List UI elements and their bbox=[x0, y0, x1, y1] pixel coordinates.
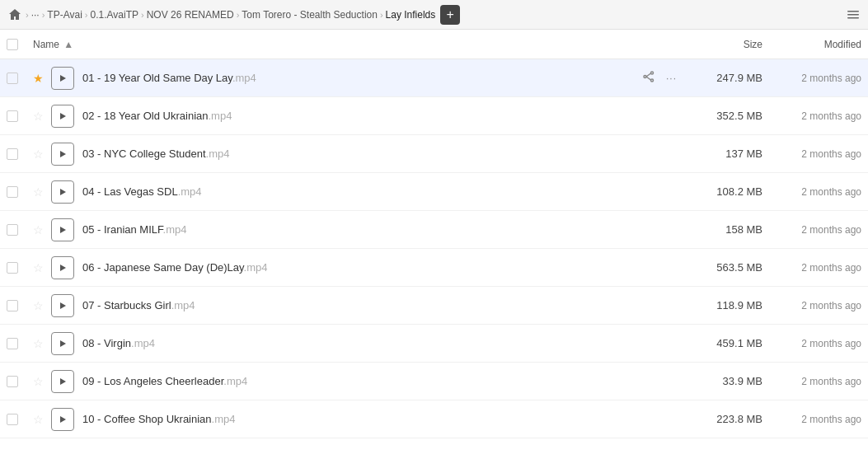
svg-point-28 bbox=[650, 223, 653, 226]
row-star-6[interactable]: ☆ bbox=[33, 261, 49, 274]
breadcrumb-nov26[interactable]: NOV 26 RENAMED bbox=[147, 9, 234, 21]
svg-point-6 bbox=[644, 76, 646, 78]
table-row[interactable]: ☆ 07 - Starbucks Girl.mp4 ··· 118.9 MB 2… bbox=[0, 287, 868, 325]
table-row[interactable]: ☆ 09 - Los Angeles Cheerleader.mp4 ··· 3… bbox=[0, 363, 868, 400]
column-size-header[interactable]: Size bbox=[680, 39, 762, 50]
svg-line-43 bbox=[646, 301, 651, 304]
file-name-4: 04 - Las Vegas SDL.mp4 bbox=[82, 185, 614, 198]
row-star-2[interactable]: ☆ bbox=[33, 110, 49, 123]
more-icon-7[interactable]: ··· bbox=[663, 298, 680, 313]
play-button-9[interactable] bbox=[51, 370, 74, 393]
row-checkbox-1[interactable] bbox=[7, 73, 33, 84]
row-star-5[interactable]: ☆ bbox=[33, 223, 49, 236]
svg-point-46 bbox=[650, 337, 653, 340]
more-icon-4[interactable]: ··· bbox=[663, 185, 680, 199]
play-button-2[interactable] bbox=[51, 105, 74, 128]
more-icon-10[interactable]: ··· bbox=[663, 412, 680, 427]
play-button-3[interactable] bbox=[51, 143, 74, 166]
row-star-4[interactable]: ☆ bbox=[33, 185, 49, 199]
share-icon-9[interactable] bbox=[640, 372, 658, 390]
svg-marker-39 bbox=[60, 302, 66, 309]
row-checkbox-6[interactable] bbox=[7, 262, 33, 274]
row-checkbox-3[interactable] bbox=[7, 148, 33, 160]
table-row[interactable]: ★ 01 - 19 Year Old Same Day Lay.mp4 ··· … bbox=[0, 59, 868, 97]
more-icon-1[interactable]: ··· bbox=[663, 71, 680, 86]
file-modified-5: 2 months ago bbox=[762, 224, 861, 236]
share-icon-3[interactable] bbox=[640, 145, 658, 162]
svg-line-49 bbox=[646, 339, 651, 342]
play-button-10[interactable] bbox=[51, 408, 74, 431]
play-button-1[interactable] bbox=[51, 67, 74, 90]
file-modified-7: 2 months ago bbox=[762, 300, 861, 311]
play-button-4[interactable] bbox=[51, 180, 74, 204]
share-icon-7[interactable] bbox=[640, 297, 658, 314]
row-checkbox-8[interactable] bbox=[7, 338, 33, 349]
file-name-7: 07 - Starbucks Girl.mp4 bbox=[82, 299, 614, 311]
row-star-10[interactable]: ☆ bbox=[33, 413, 49, 426]
svg-point-12 bbox=[644, 114, 646, 116]
table-row[interactable]: ☆ 06 - Japanese Same Day (De)Lay.mp4 ···… bbox=[0, 249, 868, 287]
breadcrumb-home[interactable] bbox=[7, 7, 23, 23]
select-all-checkbox[interactable] bbox=[7, 39, 18, 50]
table-row[interactable]: ☆ 08 - Virgin.mp4 ··· 459.1 MB 2 months … bbox=[0, 325, 868, 363]
table-row[interactable]: ☆ 10 - Coffee Shop Ukrainian.mp4 ··· 223… bbox=[0, 400, 868, 438]
share-icon-5[interactable] bbox=[640, 221, 658, 238]
more-icon-5[interactable]: ··· bbox=[663, 222, 680, 237]
file-modified-4: 2 months ago bbox=[762, 186, 861, 198]
file-modified-2: 2 months ago bbox=[762, 110, 861, 122]
table-row[interactable]: ☆ 02 - 18 Year Old Ukrainian.mp4 ··· 352… bbox=[0, 97, 868, 135]
breadcrumb-avaitp[interactable]: 0.1.AvaiTP bbox=[91, 9, 138, 21]
more-icon-6[interactable]: ··· bbox=[663, 260, 680, 275]
more-icon-9[interactable]: ··· bbox=[663, 374, 680, 389]
svg-point-17 bbox=[650, 155, 653, 157]
breadcrumb-sep-3: › bbox=[141, 10, 144, 20]
row-star-1[interactable]: ★ bbox=[33, 72, 49, 85]
row-checkbox-7[interactable] bbox=[7, 300, 33, 311]
share-icon-4[interactable] bbox=[640, 183, 658, 200]
breadcrumb-tom-torero[interactable]: Tom Torero - Stealth Seduction bbox=[242, 9, 378, 21]
svg-point-52 bbox=[650, 375, 653, 377]
table-row[interactable]: ☆ 03 - NYC College Student.mp4 ··· 137 M… bbox=[0, 135, 868, 173]
table-row[interactable]: ☆ 05 - Iranian MILF.mp4 ··· 158 MB 2 mon… bbox=[0, 211, 868, 249]
column-modified-header[interactable]: Modified bbox=[762, 39, 861, 50]
svg-rect-0 bbox=[847, 11, 859, 12]
share-icon-6[interactable] bbox=[640, 259, 658, 276]
row-star-8[interactable]: ☆ bbox=[33, 337, 49, 350]
svg-point-18 bbox=[644, 152, 646, 154]
row-checkbox-2[interactable] bbox=[7, 110, 33, 122]
share-icon-1[interactable] bbox=[640, 69, 658, 87]
play-button-6[interactable] bbox=[51, 256, 74, 279]
more-icon-2[interactable]: ··· bbox=[663, 109, 680, 124]
svg-point-10 bbox=[650, 110, 653, 112]
breadcrumb-add-button[interactable]: + bbox=[440, 5, 460, 25]
breadcrumb-lay-infields[interactable]: Lay Infields bbox=[386, 9, 436, 21]
breadcrumb-tp-avai[interactable]: TP-Avai bbox=[47, 9, 82, 21]
row-checkbox-9[interactable] bbox=[7, 376, 33, 387]
svg-line-44 bbox=[646, 304, 651, 307]
row-checkbox-10[interactable] bbox=[7, 414, 33, 425]
row-star-3[interactable]: ☆ bbox=[33, 148, 49, 161]
file-modified-3: 2 months ago bbox=[762, 148, 861, 160]
breadcrumb-more-btn[interactable]: ··· bbox=[31, 9, 40, 21]
share-icon-10[interactable] bbox=[640, 410, 658, 428]
table-row[interactable]: ☆ 04 - Las Vegas SDL.mp4 ··· 108.2 MB 2 … bbox=[0, 173, 868, 211]
more-icon-3[interactable]: ··· bbox=[663, 147, 680, 162]
svg-line-25 bbox=[646, 187, 651, 190]
svg-line-26 bbox=[646, 190, 651, 194]
play-button-5[interactable] bbox=[51, 218, 74, 241]
row-checkbox-5[interactable] bbox=[7, 224, 33, 236]
file-name-8: 08 - Virgin.mp4 bbox=[82, 337, 614, 349]
svg-line-14 bbox=[646, 115, 651, 118]
row-star-7[interactable]: ☆ bbox=[33, 299, 49, 312]
share-icon-8[interactable] bbox=[640, 335, 658, 352]
nav-options-icon[interactable] bbox=[845, 7, 861, 23]
play-button-8[interactable] bbox=[51, 332, 74, 355]
play-button-7[interactable] bbox=[51, 294, 74, 317]
file-name-1: 01 - 19 Year Old Same Day Lay.mp4 bbox=[82, 72, 614, 84]
file-actions-1: ··· bbox=[614, 69, 680, 87]
row-star-9[interactable]: ☆ bbox=[33, 375, 49, 388]
row-checkbox-4[interactable] bbox=[7, 186, 33, 198]
more-icon-8[interactable]: ··· bbox=[663, 336, 680, 351]
share-icon-2[interactable] bbox=[640, 107, 658, 124]
column-name-header[interactable]: Name ▲ bbox=[33, 39, 614, 50]
